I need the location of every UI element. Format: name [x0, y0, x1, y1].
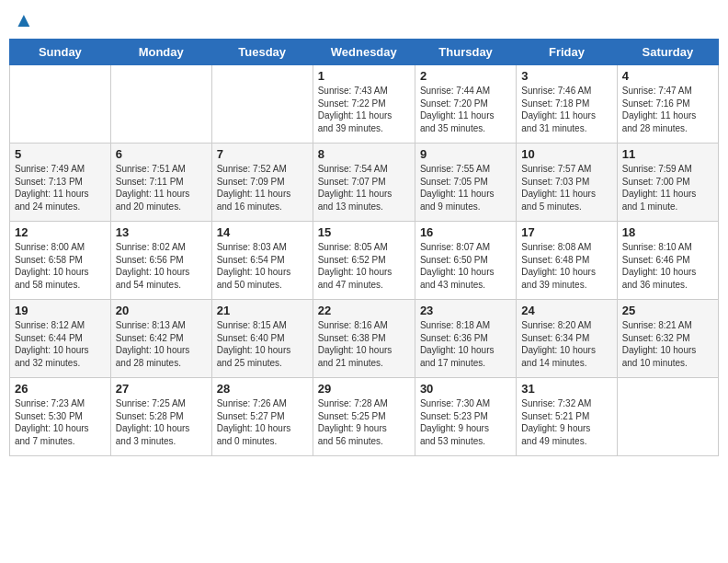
- day-number: 17: [521, 225, 611, 239]
- day-info: Sunrise: 8:03 AM Sunset: 6:54 PM Dayligh…: [217, 241, 308, 291]
- day-info: Sunrise: 8:16 AM Sunset: 6:38 PM Dayligh…: [318, 319, 410, 369]
- day-info: Sunrise: 8:08 AM Sunset: 6:48 PM Dayligh…: [521, 241, 611, 291]
- day-number: 29: [318, 382, 410, 396]
- calendar-cell: 23Sunrise: 8:18 AM Sunset: 6:36 PM Dayli…: [415, 300, 516, 378]
- day-info: Sunrise: 7:57 AM Sunset: 7:03 PM Dayligh…: [521, 163, 611, 213]
- day-number: 16: [420, 225, 511, 239]
- calendar-cell: 6Sunrise: 7:51 AM Sunset: 7:11 PM Daylig…: [110, 144, 211, 222]
- day-number: 22: [318, 304, 410, 317]
- calendar-cell: 2Sunrise: 7:44 AM Sunset: 7:20 PM Daylig…: [415, 65, 516, 144]
- calendar-cell: 31Sunrise: 7:32 AM Sunset: 5:21 PM Dayli…: [517, 378, 617, 456]
- day-info: Sunrise: 7:30 AM Sunset: 5:23 PM Dayligh…: [420, 397, 511, 447]
- day-number: 13: [116, 225, 207, 239]
- day-number: 24: [521, 304, 611, 317]
- calendar-cell: [10, 65, 111, 144]
- day-header-sunday: Sunday: [10, 40, 111, 65]
- calendar-cell: 20Sunrise: 8:13 AM Sunset: 6:42 PM Dayli…: [110, 300, 211, 378]
- calendar-cell: 21Sunrise: 8:15 AM Sunset: 6:40 PM Dayli…: [211, 300, 313, 378]
- day-info: Sunrise: 7:55 AM Sunset: 7:05 PM Dayligh…: [420, 163, 511, 213]
- calendar-cell: 1Sunrise: 7:43 AM Sunset: 7:22 PM Daylig…: [313, 65, 415, 144]
- calendar-cell: 15Sunrise: 8:05 AM Sunset: 6:52 PM Dayli…: [313, 222, 415, 300]
- day-header-tuesday: Tuesday: [211, 40, 313, 65]
- day-number: 30: [420, 382, 511, 396]
- day-info: Sunrise: 7:47 AM Sunset: 7:16 PM Dayligh…: [622, 85, 713, 134]
- day-number: 15: [318, 225, 410, 239]
- day-info: Sunrise: 7:54 AM Sunset: 7:07 PM Dayligh…: [318, 163, 410, 213]
- calendar-cell: 12Sunrise: 8:00 AM Sunset: 6:58 PM Dayli…: [10, 222, 111, 300]
- day-number: 20: [116, 304, 207, 317]
- calendar-cell: 17Sunrise: 8:08 AM Sunset: 6:48 PM Dayli…: [517, 222, 617, 300]
- calendar-table: SundayMondayTuesdayWednesdayThursdayFrid…: [9, 39, 719, 456]
- day-info: Sunrise: 7:25 AM Sunset: 5:28 PM Dayligh…: [116, 397, 207, 447]
- calendar-cell: 13Sunrise: 8:02 AM Sunset: 6:56 PM Dayli…: [110, 222, 211, 300]
- day-number: 27: [116, 382, 207, 396]
- calendar-cell: 27Sunrise: 7:25 AM Sunset: 5:28 PM Dayli…: [110, 378, 211, 456]
- calendar-cell: [211, 65, 313, 144]
- day-number: 7: [217, 147, 308, 161]
- day-info: Sunrise: 7:26 AM Sunset: 5:27 PM Dayligh…: [217, 397, 308, 447]
- day-number: 10: [521, 147, 611, 161]
- calendar-header-row: SundayMondayTuesdayWednesdayThursdayFrid…: [10, 40, 719, 65]
- calendar-cell: 26Sunrise: 7:23 AM Sunset: 5:30 PM Dayli…: [10, 378, 111, 456]
- calendar-cell: 29Sunrise: 7:28 AM Sunset: 5:25 PM Dayli…: [313, 378, 415, 456]
- day-info: Sunrise: 7:51 AM Sunset: 7:11 PM Dayligh…: [116, 163, 207, 213]
- day-number: 9: [420, 147, 511, 161]
- day-number: 4: [622, 69, 713, 83]
- day-header-saturday: Saturday: [617, 40, 718, 65]
- calendar-cell: [617, 378, 718, 456]
- page-header: ▲: [9, 9, 719, 29]
- day-info: Sunrise: 7:44 AM Sunset: 7:20 PM Dayligh…: [420, 85, 511, 134]
- day-number: 8: [318, 147, 410, 161]
- day-info: Sunrise: 8:15 AM Sunset: 6:40 PM Dayligh…: [217, 319, 308, 369]
- day-number: 11: [622, 147, 713, 161]
- calendar-cell: 16Sunrise: 8:07 AM Sunset: 6:50 PM Dayli…: [415, 222, 516, 300]
- calendar-cell: 14Sunrise: 8:03 AM Sunset: 6:54 PM Dayli…: [211, 222, 313, 300]
- day-info: Sunrise: 8:07 AM Sunset: 6:50 PM Dayligh…: [420, 241, 511, 291]
- day-number: 14: [217, 225, 308, 239]
- logo: ▲: [14, 9, 34, 29]
- day-number: 6: [116, 147, 207, 161]
- calendar-cell: 11Sunrise: 7:59 AM Sunset: 7:00 PM Dayli…: [617, 144, 718, 222]
- day-number: 26: [15, 382, 106, 396]
- calendar-cell: 22Sunrise: 8:16 AM Sunset: 6:38 PM Dayli…: [313, 300, 415, 378]
- day-info: Sunrise: 8:00 AM Sunset: 6:58 PM Dayligh…: [15, 241, 106, 291]
- calendar-cell: 19Sunrise: 8:12 AM Sunset: 6:44 PM Dayli…: [10, 300, 111, 378]
- calendar-cell: 24Sunrise: 8:20 AM Sunset: 6:34 PM Dayli…: [517, 300, 617, 378]
- day-number: 2: [420, 69, 511, 83]
- calendar-cell: 10Sunrise: 7:57 AM Sunset: 7:03 PM Dayli…: [517, 144, 617, 222]
- day-info: Sunrise: 7:23 AM Sunset: 5:30 PM Dayligh…: [15, 397, 106, 447]
- day-number: 12: [15, 225, 106, 239]
- day-info: Sunrise: 8:13 AM Sunset: 6:42 PM Dayligh…: [116, 319, 207, 369]
- day-header-thursday: Thursday: [415, 40, 516, 65]
- calendar-cell: [110, 65, 211, 144]
- calendar-week-3: 12Sunrise: 8:00 AM Sunset: 6:58 PM Dayli…: [10, 222, 719, 300]
- day-header-wednesday: Wednesday: [313, 40, 415, 65]
- day-number: 19: [15, 304, 106, 317]
- calendar-week-4: 19Sunrise: 8:12 AM Sunset: 6:44 PM Dayli…: [10, 300, 719, 378]
- day-number: 21: [217, 304, 308, 317]
- day-number: 23: [420, 304, 511, 317]
- day-header-monday: Monday: [110, 40, 211, 65]
- calendar-cell: 3Sunrise: 7:46 AM Sunset: 7:18 PM Daylig…: [517, 65, 617, 144]
- day-number: 18: [622, 225, 713, 239]
- calendar-cell: 4Sunrise: 7:47 AM Sunset: 7:16 PM Daylig…: [617, 65, 718, 144]
- day-info: Sunrise: 8:02 AM Sunset: 6:56 PM Dayligh…: [116, 241, 207, 291]
- day-info: Sunrise: 7:46 AM Sunset: 7:18 PM Dayligh…: [521, 85, 611, 134]
- day-info: Sunrise: 7:52 AM Sunset: 7:09 PM Dayligh…: [217, 163, 308, 213]
- day-info: Sunrise: 7:49 AM Sunset: 7:13 PM Dayligh…: [15, 163, 106, 213]
- day-info: Sunrise: 8:12 AM Sunset: 6:44 PM Dayligh…: [15, 319, 106, 369]
- day-number: 1: [318, 69, 410, 83]
- day-info: Sunrise: 7:32 AM Sunset: 5:21 PM Dayligh…: [521, 397, 611, 447]
- day-number: 31: [521, 382, 611, 396]
- day-info: Sunrise: 7:28 AM Sunset: 5:25 PM Dayligh…: [318, 397, 410, 447]
- day-info: Sunrise: 8:21 AM Sunset: 6:32 PM Dayligh…: [622, 319, 713, 369]
- day-header-friday: Friday: [517, 40, 617, 65]
- day-info: Sunrise: 8:05 AM Sunset: 6:52 PM Dayligh…: [318, 241, 410, 291]
- day-number: 5: [15, 147, 106, 161]
- day-info: Sunrise: 7:59 AM Sunset: 7:00 PM Dayligh…: [622, 163, 713, 213]
- day-number: 25: [622, 304, 713, 317]
- calendar-cell: 5Sunrise: 7:49 AM Sunset: 7:13 PM Daylig…: [10, 144, 111, 222]
- day-info: Sunrise: 8:10 AM Sunset: 6:46 PM Dayligh…: [622, 241, 713, 291]
- logo-general: ▲: [14, 9, 34, 31]
- calendar-cell: 9Sunrise: 7:55 AM Sunset: 7:05 PM Daylig…: [415, 144, 516, 222]
